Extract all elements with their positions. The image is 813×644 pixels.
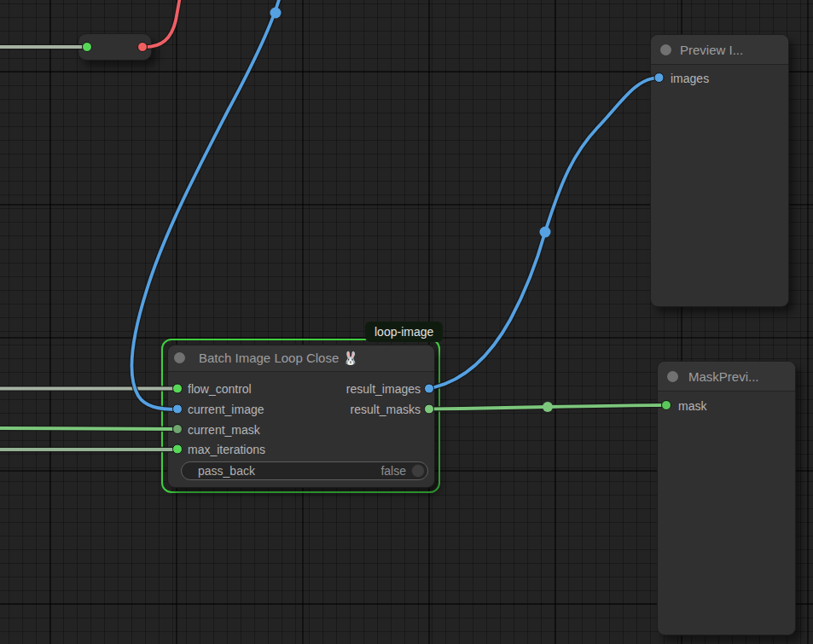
port-current-image[interactable] xyxy=(173,404,183,414)
port-flow-control[interactable] xyxy=(173,384,183,393)
reroute-dot-blue-top[interactable] xyxy=(270,8,282,19)
node-title-tag: loop-image xyxy=(365,322,443,342)
port-collapsed-input[interactable] xyxy=(83,43,92,52)
wire-red-from-collapsed[interactable] xyxy=(142,0,180,47)
port-max-iterations[interactable] xyxy=(173,444,183,454)
node-graph-canvas[interactable]: Batch Image Loop Close 🐰 flow_control cu… xyxy=(0,0,813,644)
reroute-dot-blue-mid[interactable] xyxy=(540,227,551,238)
port-collapsed-output[interactable] xyxy=(138,43,148,52)
port-result-masks[interactable] xyxy=(425,404,434,414)
port-mask[interactable] xyxy=(662,401,671,410)
wire-current-mask[interactable] xyxy=(0,428,177,429)
port-result-images[interactable] xyxy=(425,384,434,393)
port-current-mask[interactable] xyxy=(173,425,183,434)
wire-into-current-image[interactable] xyxy=(131,0,281,409)
port-images[interactable] xyxy=(654,73,664,83)
reroute-dot-green-mid[interactable] xyxy=(543,402,553,412)
